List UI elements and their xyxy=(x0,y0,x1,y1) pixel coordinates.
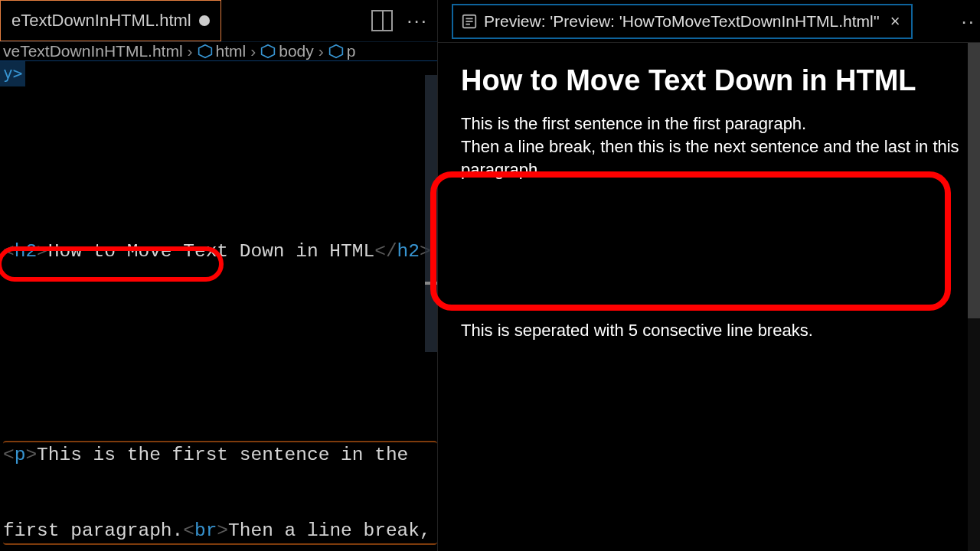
preview-tab-row: Preview: 'Preview: 'HowToMoveTextDownInH… xyxy=(438,0,980,43)
close-icon[interactable]: × xyxy=(887,11,903,31)
preview-paragraph-1: This is the first sentence in the first … xyxy=(461,112,962,181)
chevron-right-icon: › xyxy=(318,42,324,60)
split-icon xyxy=(371,10,393,31)
preview-pane: Preview: 'Preview: 'HowToMoveTextDownInH… xyxy=(438,0,980,551)
symbol-icon xyxy=(260,44,276,59)
more-actions-button[interactable]: ·· xyxy=(962,11,975,31)
chevron-right-icon: › xyxy=(188,42,193,60)
preview-paragraph-2: This is seperated with 5 consective line… xyxy=(461,319,962,342)
svg-marker-2 xyxy=(329,45,342,58)
code-line: <h2>How to Move Text Down in HTML</h2> xyxy=(3,239,437,264)
chevron-right-icon: › xyxy=(250,42,256,60)
code-line: <p>This is the first sentence in the xyxy=(3,441,437,468)
editor-tab-actions: ··· xyxy=(371,10,437,31)
breadcrumb[interactable]: veTextDownInHTML.html › html › body › p xyxy=(0,41,437,61)
split-editor-button[interactable] xyxy=(371,10,393,31)
breadcrumb-html[interactable]: html xyxy=(198,42,247,60)
preview-body: How to Move Text Down in HTML This is th… xyxy=(438,43,980,551)
preview-doc-icon xyxy=(461,12,476,31)
preview-scrollbar-thumb[interactable] xyxy=(968,43,980,318)
code-remnant: y> xyxy=(0,61,25,86)
symbol-icon xyxy=(198,44,213,59)
breadcrumb-p[interactable]: p xyxy=(328,42,356,60)
editor-tab-label: eTextDownInHTML.html xyxy=(11,11,191,31)
editor-tab[interactable]: eTextDownInHTML.html xyxy=(0,0,221,41)
more-actions-button[interactable]: ··· xyxy=(407,11,428,31)
breadcrumb-body[interactable]: body xyxy=(260,42,314,60)
editor-tab-row: eTextDownInHTML.html ··· xyxy=(0,0,437,41)
preview-tab-actions: ·· xyxy=(962,11,980,31)
preview-heading: How to Move Text Down in HTML xyxy=(461,64,962,97)
breadcrumb-file[interactable]: veTextDownInHTML.html xyxy=(3,42,183,60)
code-line: first paragraph.<br>Then a line break, xyxy=(3,518,437,545)
dirty-indicator-icon xyxy=(199,15,210,26)
preview-spacer xyxy=(461,187,962,319)
code-line xyxy=(3,340,437,365)
preview-tab-label: Preview: 'Preview: 'HowToMoveTextDownInH… xyxy=(484,12,880,31)
preview-tab[interactable]: Preview: 'Preview: 'HowToMoveTextDownInH… xyxy=(452,4,913,39)
svg-marker-1 xyxy=(262,45,275,58)
minimap-scrollbar[interactable] xyxy=(425,75,437,352)
app-root: eTextDownInHTML.html ··· veTextDownInHTM… xyxy=(0,0,980,551)
scroll-marker xyxy=(425,282,437,285)
svg-marker-0 xyxy=(198,45,211,58)
symbol-icon xyxy=(328,44,344,59)
code-editor[interactable]: y> <h2>How to Move Text Down in HTML</h2… xyxy=(0,61,437,551)
editor-pane: eTextDownInHTML.html ··· veTextDownInHTM… xyxy=(0,0,438,551)
